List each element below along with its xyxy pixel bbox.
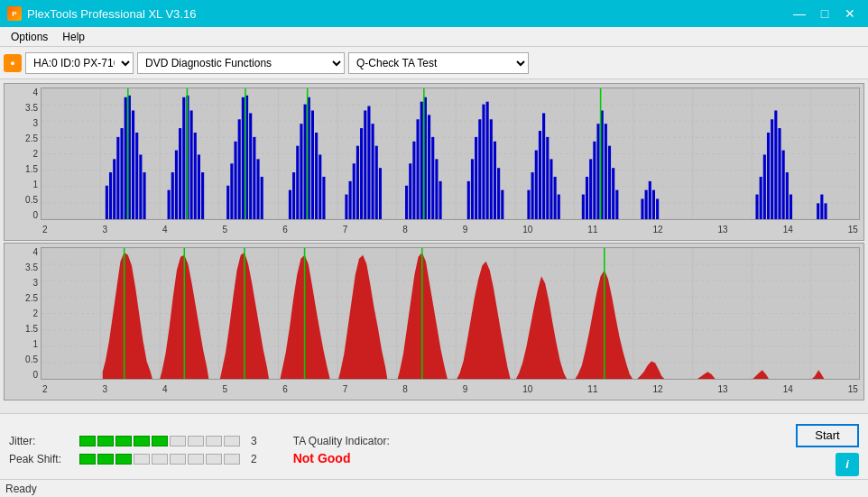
svg-rect-53 xyxy=(256,159,259,219)
bottom-chart: 4 3.5 3 2.5 2 1.5 1 0.5 0 xyxy=(4,243,864,400)
jitter-seg-4 xyxy=(134,436,150,446)
svg-rect-38 xyxy=(182,97,185,219)
peak-shift-value: 2 xyxy=(251,453,257,465)
svg-rect-115 xyxy=(612,168,614,219)
svg-rect-77 xyxy=(405,186,408,219)
top-chart-svg xyxy=(42,88,859,219)
jitter-seg-9 xyxy=(224,436,240,446)
svg-rect-102 xyxy=(542,113,545,219)
svg-rect-47 xyxy=(234,142,236,219)
svg-rect-94 xyxy=(490,119,493,219)
svg-rect-89 xyxy=(471,159,474,219)
svg-marker-170 xyxy=(516,276,567,379)
jitter-row: Jitter: 3 xyxy=(9,435,257,447)
svg-rect-106 xyxy=(558,195,560,219)
svg-rect-103 xyxy=(546,137,549,219)
ta-quality-value: Not Good xyxy=(293,451,390,465)
svg-rect-105 xyxy=(554,177,557,219)
function-dropdown[interactable]: DVD Diagnostic Functions xyxy=(137,52,345,74)
title-bar-controls: — □ ✕ xyxy=(789,5,861,23)
svg-rect-126 xyxy=(767,133,770,219)
app-title: PlexTools Professional XL V3.16 xyxy=(27,7,196,21)
svg-rect-42 xyxy=(198,154,200,219)
menu-help[interactable]: Help xyxy=(55,29,92,45)
svg-marker-166 xyxy=(338,255,387,379)
test-dropdown[interactable]: Q-Check TA Test xyxy=(348,52,529,74)
start-button-panel: Start i xyxy=(796,424,859,476)
svg-rect-125 xyxy=(763,154,766,219)
bottom-panel: Jitter: 3 Peak Shift: xyxy=(0,413,868,485)
ta-quality-panel: TA Quality Indicator: Not Good xyxy=(293,435,390,465)
svg-rect-35 xyxy=(171,172,174,219)
svg-marker-174 xyxy=(697,372,716,379)
svg-rect-84 xyxy=(431,137,434,219)
svg-rect-26 xyxy=(120,128,123,219)
svg-rect-24 xyxy=(113,159,115,219)
svg-rect-86 xyxy=(439,181,442,219)
svg-rect-92 xyxy=(482,105,485,219)
close-button[interactable]: ✕ xyxy=(839,5,861,23)
svg-rect-41 xyxy=(194,133,197,219)
svg-rect-48 xyxy=(238,119,241,219)
svg-rect-121 xyxy=(652,190,655,219)
svg-rect-130 xyxy=(782,151,785,219)
svg-rect-90 xyxy=(475,137,477,219)
peak-seg-6 xyxy=(170,454,186,465)
svg-rect-67 xyxy=(345,195,347,219)
svg-rect-116 xyxy=(615,190,618,219)
svg-rect-69 xyxy=(353,163,356,219)
peak-seg-4 xyxy=(134,454,150,465)
svg-rect-43 xyxy=(201,172,204,219)
status-text: Ready xyxy=(5,483,37,495)
svg-rect-40 xyxy=(190,110,193,219)
svg-rect-134 xyxy=(820,195,823,219)
svg-rect-68 xyxy=(349,181,352,219)
start-button[interactable]: Start xyxy=(796,424,859,447)
svg-rect-23 xyxy=(109,172,112,219)
svg-marker-169 xyxy=(457,262,510,379)
jitter-seg-5 xyxy=(152,436,168,446)
top-chart: 4 3.5 3 2.5 2 1.5 1 0.5 0 xyxy=(4,83,864,241)
ta-quality-label: TA Quality Indicator: xyxy=(293,435,390,447)
svg-rect-51 xyxy=(249,113,252,219)
svg-rect-31 xyxy=(139,154,142,219)
svg-rect-104 xyxy=(549,159,552,219)
jitter-seg-3 xyxy=(115,436,132,446)
svg-rect-78 xyxy=(409,163,411,219)
svg-rect-30 xyxy=(135,133,138,219)
svg-rect-65 xyxy=(322,177,325,219)
svg-rect-45 xyxy=(226,186,229,219)
svg-rect-109 xyxy=(589,159,592,219)
svg-marker-175 xyxy=(753,370,769,379)
svg-rect-108 xyxy=(586,177,588,219)
peak-shift-row: Peak Shift: 2 xyxy=(9,453,257,465)
minimize-button[interactable]: — xyxy=(789,5,810,23)
info-button[interactable]: i xyxy=(836,453,859,476)
top-chart-x-axis: 2 3 4 5 6 7 8 9 10 11 12 13 14 15 xyxy=(41,220,860,238)
peak-seg-7 xyxy=(188,454,204,465)
bottom-chart-area xyxy=(41,247,860,380)
jitter-label: Jitter: xyxy=(9,435,72,447)
svg-rect-85 xyxy=(435,159,438,219)
svg-rect-71 xyxy=(360,128,363,219)
svg-marker-158 xyxy=(103,253,152,379)
svg-rect-91 xyxy=(478,119,481,219)
svg-rect-52 xyxy=(253,137,255,219)
svg-rect-81 xyxy=(420,102,423,219)
svg-rect-57 xyxy=(292,172,295,219)
menu-options[interactable]: Options xyxy=(4,29,55,45)
svg-rect-93 xyxy=(486,102,489,219)
svg-rect-107 xyxy=(582,195,585,219)
svg-rect-59 xyxy=(300,124,302,219)
svg-rect-75 xyxy=(375,146,378,219)
drive-dropdown[interactable]: HA:0 ID:0 PX-716A xyxy=(25,52,134,74)
svg-rect-36 xyxy=(175,151,178,219)
peak-seg-2 xyxy=(97,454,114,465)
svg-rect-83 xyxy=(428,115,430,219)
svg-rect-29 xyxy=(132,110,134,219)
peak-seg-8 xyxy=(206,454,222,465)
bottom-chart-y-axis: 4 3.5 3 2.5 2 1.5 1 0.5 0 xyxy=(5,247,41,380)
svg-rect-135 xyxy=(824,203,826,219)
svg-rect-56 xyxy=(289,190,291,219)
maximize-button[interactable]: □ xyxy=(814,5,836,23)
